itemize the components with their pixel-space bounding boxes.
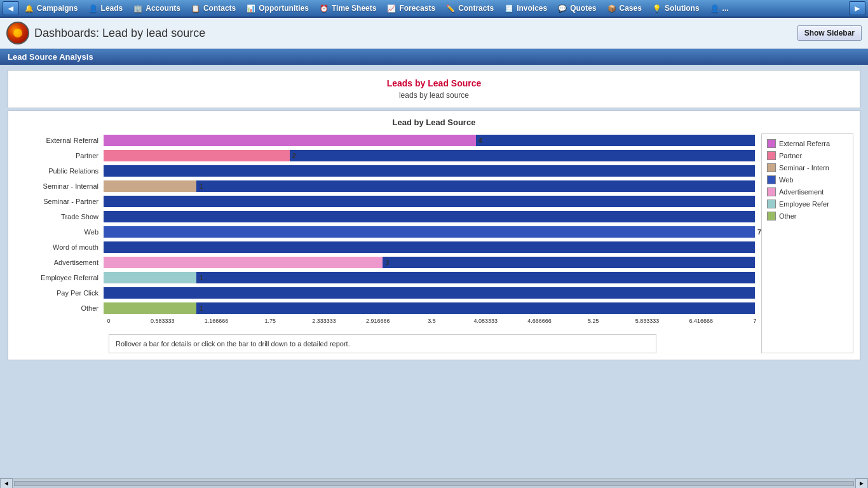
bar-fill: 2 xyxy=(104,150,290,161)
bar-row[interactable]: Advertisement3 xyxy=(15,255,755,269)
app-logo xyxy=(6,22,29,44)
legend-label: Partner xyxy=(779,152,802,159)
bar-label: Employee Referral xyxy=(15,274,104,281)
bar-label: Partner xyxy=(15,152,104,159)
bar-row[interactable]: Pay Per Click xyxy=(15,286,755,300)
scroll-left-arrow[interactable]: ◄ xyxy=(0,478,13,489)
nav-contracts[interactable]: ✏️ Contracts xyxy=(440,0,499,17)
x-tick: 3.5 xyxy=(428,318,436,324)
x-tick: 5.833333 xyxy=(635,318,660,324)
nav-quotes[interactable]: 💬 Quotes xyxy=(552,0,601,17)
bar-area[interactable] xyxy=(104,196,755,207)
bar-row[interactable]: Partner2 xyxy=(15,149,755,163)
rollover-info: Rollover a bar for details or click on t… xyxy=(109,334,656,353)
chart-subtitle: leads by lead source xyxy=(18,91,850,100)
main-content: Leads by Lead Source leads by lead sourc… xyxy=(0,65,868,485)
legend-color-box xyxy=(767,212,776,220)
cases-icon: 📦 xyxy=(607,4,617,13)
bar-area[interactable]: 1 xyxy=(104,302,755,314)
legend-color-box xyxy=(767,175,776,184)
bar-label: Public Relations xyxy=(15,167,104,175)
bar-row[interactable]: Seminar - Partner xyxy=(15,194,755,208)
bar-area[interactable]: 1 xyxy=(104,180,755,192)
rollover-text: Rollover a bar for details or click on t… xyxy=(116,340,350,348)
nav-solutions[interactable]: 💡 Solutions xyxy=(647,0,705,17)
bar-row[interactable]: Employee Referral1 xyxy=(15,271,755,285)
bar-row[interactable]: Other1 xyxy=(15,301,755,315)
bar-area[interactable] xyxy=(104,241,755,253)
legend-item: Other xyxy=(767,212,848,220)
x-tick: 1.75 xyxy=(264,318,276,324)
bar-row[interactable]: Seminar - Internal1 xyxy=(15,179,755,193)
contracts-icon: ✏️ xyxy=(445,4,456,13)
sub-header: Lead Source Analysis xyxy=(0,49,868,65)
bar-value: 3 xyxy=(385,259,389,266)
bar-row[interactable]: External Referral4 xyxy=(15,133,755,147)
header-area: Dashboards: Lead by lead source Show Sid… xyxy=(0,18,868,49)
bar-label: Seminar - Internal xyxy=(15,182,104,190)
nav-contacts[interactable]: 📋 Contacts xyxy=(186,0,241,17)
nav-leads[interactable]: 👤 Leads xyxy=(83,0,128,17)
bar-label: Trade Show xyxy=(15,213,104,220)
chart-area-title: Lead by Lead Source xyxy=(15,118,853,127)
bar-row[interactable]: Word of mouth xyxy=(15,240,755,254)
bar-label: External Referral xyxy=(15,137,104,144)
legend-color-box xyxy=(767,139,776,148)
bar-fill: 1 xyxy=(104,302,196,314)
top-navigation: ◄ 🔔 Campaigns 👤 Leads 🏢 Accounts 📋 Conta… xyxy=(0,0,868,18)
scroll-track[interactable] xyxy=(14,481,854,486)
nav-cases[interactable]: 📦 Cases xyxy=(602,0,647,17)
x-tick: 2.333333 xyxy=(312,318,336,324)
bar-area[interactable]: 1 xyxy=(104,272,755,283)
chart-legend: External ReferraPartnerSeminar - InternW… xyxy=(761,133,853,353)
bar-value: 4 xyxy=(478,137,482,144)
bar-area[interactable]: 2 xyxy=(104,150,755,161)
legend-label: Web xyxy=(779,176,793,184)
nav-campaigns[interactable]: 🔔 Campaigns xyxy=(19,0,83,17)
x-tick: 6.416666 xyxy=(689,318,713,324)
bar-row[interactable]: Web7 xyxy=(15,225,755,239)
bar-area[interactable] xyxy=(104,287,755,299)
bar-value: 1 xyxy=(199,182,203,190)
contacts-icon: 📋 xyxy=(191,4,201,13)
x-tick: 0.583333 xyxy=(151,318,175,324)
bar-area[interactable] xyxy=(104,165,755,177)
legend-item: Web xyxy=(767,175,848,184)
bar-label: Web xyxy=(15,228,104,236)
quotes-icon: 💬 xyxy=(557,4,567,13)
x-axis-labels: 00.5833331.1666661.752.3333332.9166663.5… xyxy=(109,318,755,328)
x-tick: 0 xyxy=(107,318,110,324)
show-sidebar-button[interactable]: Show Sidebar xyxy=(797,25,862,41)
x-tick: 2.916666 xyxy=(366,318,390,324)
chart-main-title: Leads by Lead Source xyxy=(18,78,850,88)
nav-opportunities[interactable]: 📊 Opportunities xyxy=(241,0,314,17)
page-title: Dashboards: Lead by lead source xyxy=(34,27,205,40)
nav-left-arrow[interactable]: ◄ xyxy=(3,1,19,15)
bar-value: 1 xyxy=(199,274,203,281)
nav-more[interactable]: 👤 ... xyxy=(705,0,734,17)
scroll-right-arrow[interactable]: ► xyxy=(855,478,868,489)
bar-area[interactable] xyxy=(104,211,755,222)
bar-row[interactable]: Trade Show xyxy=(15,210,755,224)
nav-accounts[interactable]: 🏢 Accounts xyxy=(128,0,186,17)
x-axis: 00.5833331.1666661.752.3333332.9166663.5… xyxy=(15,318,755,328)
legend-color-box xyxy=(767,187,776,196)
nav-right-arrow[interactable]: ► xyxy=(849,1,865,15)
bar-area[interactable]: 3 xyxy=(104,257,755,268)
legend-label: Other xyxy=(779,212,797,220)
nav-timesheets[interactable]: ⏰ Time Sheets xyxy=(314,0,381,17)
chart-container: External Referral4Partner2Public Relatio… xyxy=(15,133,853,353)
bar-area[interactable]: 4 xyxy=(104,135,755,146)
nav-forecasts[interactable]: 📈 Forecasts xyxy=(381,0,440,17)
chart-body: External Referral4Partner2Public Relatio… xyxy=(15,133,755,353)
invoices-icon: 🧾 xyxy=(504,4,514,13)
campaigns-icon: 🔔 xyxy=(24,4,34,13)
legend-label: External Referra xyxy=(779,140,830,147)
bar-area[interactable]: 7 xyxy=(104,226,755,238)
bottom-scrollbar[interactable]: ◄ ► xyxy=(0,478,868,488)
bar-fill: 3 xyxy=(104,257,383,268)
legend-item: External Referra xyxy=(767,139,848,148)
bar-row[interactable]: Public Relations xyxy=(15,164,755,178)
nav-invoices[interactable]: 🧾 Invoices xyxy=(499,0,552,17)
legend-label: Employee Refer xyxy=(779,200,829,208)
